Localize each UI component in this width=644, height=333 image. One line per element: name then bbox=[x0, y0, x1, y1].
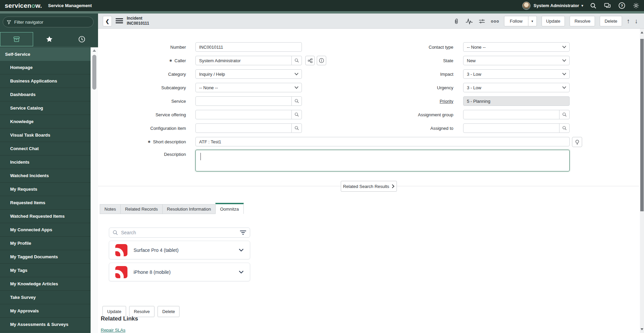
sidebar-item[interactable]: Requested Items bbox=[0, 196, 91, 210]
help-icon[interactable]: ? bbox=[618, 2, 626, 10]
sidebar-item[interactable]: My Tagged Documents bbox=[0, 250, 91, 264]
filter-lines-icon[interactable] bbox=[240, 230, 246, 235]
sidebar-item[interactable]: Take Survey bbox=[0, 291, 91, 304]
caller-input[interactable] bbox=[196, 56, 291, 65]
short-description-field[interactable] bbox=[195, 137, 570, 146]
caller-field[interactable] bbox=[195, 56, 302, 65]
tab-all-applications[interactable] bbox=[0, 32, 33, 46]
tab-history[interactable] bbox=[66, 32, 98, 46]
chevron-down-icon[interactable] bbox=[239, 248, 244, 252]
assignment-group-lookup-button[interactable] bbox=[559, 110, 569, 119]
short-description-input[interactable] bbox=[196, 137, 569, 146]
form-context-menu-icon[interactable] bbox=[116, 18, 123, 23]
follow-button[interactable]: Follow bbox=[504, 16, 528, 26]
previous-record-arrow[interactable]: ↑ bbox=[627, 18, 630, 24]
suggestion-lightbulb-button[interactable] bbox=[572, 137, 582, 147]
scroll-down-arrow[interactable] bbox=[641, 328, 643, 330]
urgency-select[interactable]: 3 - Low bbox=[463, 83, 570, 92]
label-short-description: ✱Short description bbox=[98, 139, 186, 144]
tab-favorites[interactable] bbox=[33, 32, 66, 46]
tab-related-records[interactable]: Related Records bbox=[120, 204, 162, 214]
personalize-form-icon[interactable] bbox=[478, 17, 486, 25]
sidebar-item[interactable]: Service Catalog bbox=[0, 101, 91, 115]
impact-select[interactable]: 3 - Low bbox=[463, 69, 570, 79]
main-scrollbar[interactable] bbox=[640, 29, 644, 333]
sidebar-item[interactable]: Incidents bbox=[0, 156, 91, 169]
number-field[interactable] bbox=[195, 42, 302, 52]
main-scrollbar-thumb[interactable] bbox=[640, 39, 644, 211]
connect-chat-icon[interactable] bbox=[603, 2, 612, 10]
oomnitza-search-input[interactable] bbox=[121, 230, 237, 235]
sidebar-scrollbar[interactable] bbox=[91, 47, 98, 333]
next-record-arrow[interactable]: ↓ bbox=[635, 18, 638, 24]
service-offering-input[interactable] bbox=[196, 110, 291, 119]
sidebar-item[interactable]: My Knowledge Articles bbox=[0, 277, 91, 291]
sidebar-item[interactable]: Dashboards bbox=[0, 88, 91, 101]
configuration-item-lookup-button[interactable] bbox=[291, 124, 302, 133]
configuration-item-input[interactable] bbox=[196, 124, 291, 133]
user-menu[interactable]: System Administrator▾ bbox=[522, 2, 583, 10]
global-search-icon[interactable] bbox=[589, 2, 597, 10]
description-textarea[interactable] bbox=[195, 150, 570, 171]
activity-stream-icon[interactable] bbox=[465, 17, 473, 25]
service-offering-lookup-button[interactable] bbox=[291, 110, 302, 119]
configuration-item-field[interactable] bbox=[195, 123, 302, 133]
tab-resolution-information[interactable]: Resolution Information bbox=[162, 204, 215, 214]
state-select[interactable]: New bbox=[463, 56, 570, 65]
assignment-group-input[interactable] bbox=[463, 110, 559, 119]
caller-preview-button[interactable] bbox=[317, 56, 326, 65]
servicenow-logo[interactable]: servicenow. bbox=[5, 2, 42, 9]
assigned-to-input[interactable] bbox=[463, 124, 559, 133]
tab-notes[interactable]: Notes bbox=[100, 204, 120, 214]
sidebar-scrollbar-thumb[interactable] bbox=[92, 55, 96, 90]
sidebar-item[interactable]: Watched Incidents bbox=[0, 169, 91, 183]
assigned-to-field[interactable] bbox=[463, 123, 570, 133]
assigned-to-lookup-button[interactable] bbox=[559, 124, 569, 133]
sidebar-item[interactable]: My Connected Apps bbox=[0, 223, 91, 237]
caller-show-related-button[interactable] bbox=[305, 56, 315, 65]
oomnitza-search-box[interactable] bbox=[109, 228, 250, 238]
service-offering-field[interactable] bbox=[195, 110, 302, 119]
assignment-group-field[interactable] bbox=[463, 110, 570, 119]
sidebar-item[interactable]: Connect Chat bbox=[0, 142, 91, 156]
sidebar-scroll-up-arrow[interactable] bbox=[93, 49, 96, 52]
sidebar-item[interactable]: My Requests bbox=[0, 183, 91, 196]
sidebar-item[interactable]: Knowledge bbox=[0, 115, 91, 128]
nav-section-self-service[interactable]: Self-Service bbox=[0, 47, 91, 61]
sidebar-item[interactable]: Visual Task Boards bbox=[0, 128, 91, 142]
category-select[interactable]: Inquiry / Help bbox=[195, 69, 302, 79]
subcategory-select[interactable]: -- None -- bbox=[195, 83, 302, 92]
attachment-paperclip-icon[interactable] bbox=[452, 17, 460, 25]
service-input[interactable] bbox=[196, 97, 291, 105]
label-priority-link[interactable]: Priority bbox=[352, 99, 453, 104]
filter-navigator[interactable] bbox=[3, 17, 94, 27]
repair-slas-link[interactable]: Repair SLAs bbox=[101, 328, 125, 333]
resolve-button[interactable]: Resolve bbox=[570, 16, 595, 26]
sidebar-item[interactable]: My Assessments & Surveys bbox=[0, 318, 91, 331]
update-button[interactable]: Update bbox=[542, 16, 565, 26]
back-button[interactable]: ❮ bbox=[103, 16, 112, 26]
number-input[interactable] bbox=[196, 43, 302, 51]
related-search-results-button[interactable]: Related Search Results bbox=[341, 181, 397, 192]
sidebar-item[interactable]: My Tags bbox=[0, 264, 91, 277]
footer-delete-button[interactable]: Delete bbox=[158, 306, 180, 317]
device-card-iphone[interactable]: iPhone 8 (mobile) bbox=[109, 263, 250, 281]
device-card-surface-pro[interactable]: Surface Pro 4 (tablet) bbox=[109, 241, 250, 259]
delete-button[interactable]: Delete bbox=[600, 16, 622, 26]
sidebar-item[interactable]: Homepage bbox=[0, 61, 91, 74]
sidebar-item[interactable]: Business Applications bbox=[0, 74, 91, 88]
settings-gear-icon[interactable] bbox=[632, 2, 640, 10]
caller-lookup-button[interactable] bbox=[291, 56, 302, 65]
sidebar-item[interactable]: Watched Requested Items bbox=[0, 210, 91, 223]
follow-dropdown-button[interactable]: ▾ bbox=[528, 16, 537, 26]
tab-oomnitza[interactable]: Oomnitza bbox=[215, 203, 244, 214]
scroll-up-arrow[interactable] bbox=[641, 31, 643, 33]
contact-type-select[interactable]: -- None -- bbox=[463, 42, 570, 52]
sidebar-item[interactable]: My Profile bbox=[0, 237, 91, 250]
sidebar-item[interactable]: My Approvals bbox=[0, 304, 91, 318]
more-options-button[interactable]: ooo bbox=[491, 19, 499, 24]
service-lookup-button[interactable] bbox=[291, 97, 302, 105]
chevron-down-icon[interactable] bbox=[239, 270, 244, 273]
filter-navigator-input[interactable] bbox=[14, 20, 82, 25]
service-field[interactable] bbox=[195, 96, 302, 106]
